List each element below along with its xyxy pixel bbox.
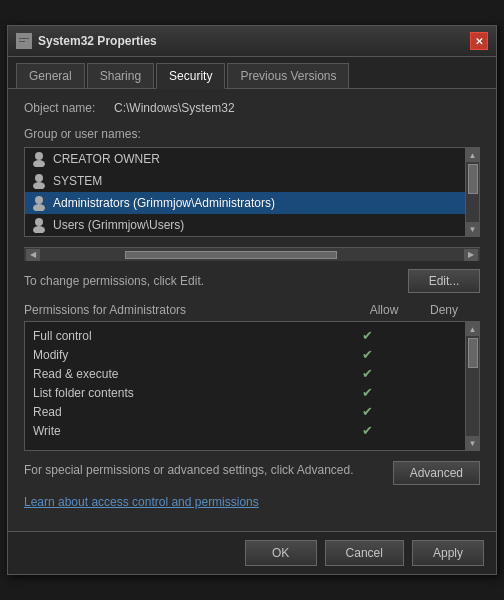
edit-button[interactable]: Edit...	[408, 269, 480, 293]
object-name-value: C:\Windows\System32	[114, 101, 235, 115]
svg-point-4	[33, 160, 45, 167]
window-title: System32 Properties	[38, 34, 157, 48]
perm-name-read-execute: Read & execute	[33, 367, 337, 381]
close-button[interactable]: ✕	[470, 32, 488, 50]
user-icon-creator-owner	[31, 151, 47, 167]
permissions-table-container: Full control ✔ Modify ✔ Read & execute ✔…	[24, 321, 480, 451]
user-item-creator-owner[interactable]: CREATOR OWNER	[25, 148, 479, 170]
permissions-section-label: Permissions for Administrators	[24, 303, 186, 317]
svg-point-7	[35, 196, 43, 204]
tab-security[interactable]: Security	[156, 63, 225, 89]
user-name-users: Users (Grimmjow\Users)	[53, 218, 184, 232]
svg-point-5	[35, 174, 43, 182]
perm-allow-write: ✔	[337, 423, 397, 438]
scroll-down-arrow[interactable]: ▼	[466, 222, 480, 236]
user-name-creator-owner: CREATOR OWNER	[53, 152, 160, 166]
perm-row-modify: Modify ✔	[25, 345, 465, 364]
user-icon-users	[31, 217, 47, 233]
user-list-scrollbar[interactable]: ▲ ▼	[465, 148, 479, 236]
tab-sharing[interactable]: Sharing	[87, 63, 154, 88]
user-icon-system	[31, 173, 47, 189]
perm-scroll-up[interactable]: ▲	[466, 322, 480, 336]
perm-scroll-thumb[interactable]	[468, 338, 478, 368]
perm-name-full-control: Full control	[33, 329, 337, 343]
ok-button[interactable]: OK	[245, 540, 317, 566]
deny-column-label: Deny	[424, 303, 464, 317]
user-name-system: SYSTEM	[53, 174, 102, 188]
perm-row-list-folder: List folder contents ✔	[25, 383, 465, 402]
h-scroll-thumb[interactable]	[125, 251, 337, 259]
svg-point-6	[33, 182, 45, 189]
h-scroll-right-arrow[interactable]: ▶	[464, 249, 478, 261]
perm-name-read: Read	[33, 405, 337, 419]
perm-name-write: Write	[33, 424, 337, 438]
perm-columns: Allow Deny	[364, 303, 464, 317]
tabs-bar: General Sharing Security Previous Versio…	[8, 57, 496, 89]
user-list[interactable]: CREATOR OWNER SYSTEM Administrators (Gri…	[25, 148, 479, 236]
permissions-list: Full control ✔ Modify ✔ Read & execute ✔…	[25, 322, 479, 450]
user-item-administrators[interactable]: Administrators (Grimmjow\Administrators)	[25, 192, 479, 214]
perm-name-list-folder: List folder contents	[33, 386, 337, 400]
perm-allow-read-execute: ✔	[337, 366, 397, 381]
title-bar-left: System32 Properties	[16, 33, 157, 49]
perm-row-full-control: Full control ✔	[25, 326, 465, 345]
title-bar: System32 Properties ✕	[8, 26, 496, 57]
advanced-section: For special permissions or advanced sett…	[24, 461, 480, 485]
h-scroll-track	[40, 251, 464, 259]
perm-allow-modify: ✔	[337, 347, 397, 362]
object-name-label: Object name:	[24, 101, 114, 115]
perm-row-read-execute: Read & execute ✔	[25, 364, 465, 383]
advanced-text: For special permissions or advanced sett…	[24, 461, 381, 479]
cancel-button[interactable]: Cancel	[325, 540, 404, 566]
user-item-users[interactable]: Users (Grimmjow\Users)	[25, 214, 479, 236]
perm-allow-list-folder: ✔	[337, 385, 397, 400]
h-scrollbar[interactable]: ◀ ▶	[24, 247, 480, 261]
apply-button[interactable]: Apply	[412, 540, 484, 566]
tab-content: Object name: C:\Windows\System32 Group o…	[8, 89, 496, 531]
allow-column-label: Allow	[364, 303, 404, 317]
tab-previous-versions[interactable]: Previous Versions	[227, 63, 349, 88]
svg-point-10	[33, 226, 45, 233]
perm-row-write: Write ✔	[25, 421, 465, 440]
user-item-system[interactable]: SYSTEM	[25, 170, 479, 192]
perm-row-read: Read ✔	[25, 402, 465, 421]
bottom-bar: OK Cancel Apply	[8, 531, 496, 574]
user-name-administrators: Administrators (Grimmjow\Administrators)	[53, 196, 275, 210]
scroll-up-arrow[interactable]: ▲	[466, 148, 480, 162]
perm-name-modify: Modify	[33, 348, 337, 362]
change-permissions-text: To change permissions, click Edit.	[24, 274, 204, 288]
user-list-container: CREATOR OWNER SYSTEM Administrators (Gri…	[24, 147, 480, 237]
permissions-scrollbar[interactable]: ▲ ▼	[465, 322, 479, 450]
scroll-thumb[interactable]	[468, 164, 478, 194]
change-permissions-row: To change permissions, click Edit. Edit.…	[24, 269, 480, 293]
h-scroll-left-arrow[interactable]: ◀	[26, 249, 40, 261]
svg-rect-2	[19, 41, 25, 42]
learn-link[interactable]: Learn about access control and permissio…	[24, 495, 480, 509]
perm-allow-full-control: ✔	[337, 328, 397, 343]
perm-allow-read: ✔	[337, 404, 397, 419]
permissions-header: Permissions for Administrators Allow Den…	[24, 303, 480, 317]
user-icon-administrators	[31, 195, 47, 211]
svg-point-3	[35, 152, 43, 160]
perm-scroll-down[interactable]: ▼	[466, 436, 480, 450]
object-name-row: Object name: C:\Windows\System32	[24, 101, 480, 115]
window-icon	[16, 33, 32, 49]
svg-point-9	[35, 218, 43, 226]
group-section-label: Group or user names:	[24, 127, 480, 141]
tab-general[interactable]: General	[16, 63, 85, 88]
advanced-button[interactable]: Advanced	[393, 461, 480, 485]
svg-rect-1	[19, 38, 29, 39]
svg-point-8	[33, 204, 45, 211]
system32-properties-window: System32 Properties ✕ General Sharing Se…	[7, 25, 497, 575]
